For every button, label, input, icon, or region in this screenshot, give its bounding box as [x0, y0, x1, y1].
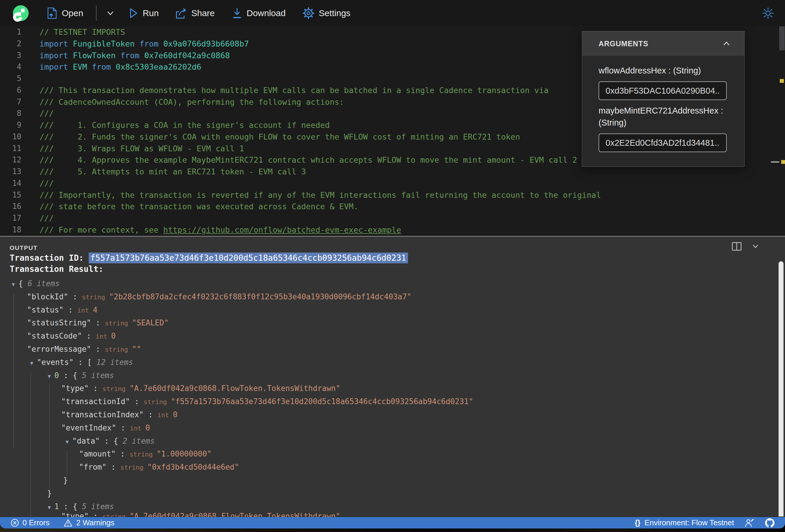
- line-number: 7: [0, 96, 21, 108]
- line-number: 13: [0, 166, 21, 178]
- transaction-id-value[interactable]: f557a1573b76aa53e73d46f3e10d200d5c18a653…: [89, 253, 408, 263]
- environment-status[interactable]: {} Environment: Flow Testnet: [635, 518, 734, 527]
- tree-token-val: 0: [111, 332, 116, 340]
- tree-row: ▼"data" : { 2 items: [0, 435, 778, 448]
- open-label: Open: [62, 8, 83, 18]
- theme-toggle-sun-icon[interactable]: [762, 7, 774, 19]
- tree-row: "eventIndex" : int 0: [0, 422, 778, 435]
- collapse-toggle-icon[interactable]: ▼: [12, 281, 15, 287]
- tree-token-val: "A.7e60df042a9c0868.FlowToken.TokensWith…: [130, 512, 340, 517]
- argument-label: maybeMintERC721AddressHex : (String): [599, 105, 728, 129]
- code-token: ///: [40, 213, 54, 223]
- code-editor[interactable]: 1// TESTNET IMPORTS2import FungibleToken…: [0, 26, 785, 236]
- open-button[interactable]: Open: [47, 7, 83, 19]
- tree-token-punct: : {: [59, 371, 82, 380]
- collapse-toggle-icon[interactable]: ▼: [66, 439, 69, 445]
- code-token: /// This transaction demonstrates how mu…: [40, 86, 549, 95]
- code-token: /// 1. Configures a COA in the signer's …: [40, 121, 330, 130]
- code-token: /// state before the transaction was exe…: [40, 202, 358, 211]
- tree-token-key: "amount": [79, 450, 116, 458]
- share-label: Share: [191, 8, 214, 18]
- code-token: EVM: [73, 62, 87, 71]
- settings-button[interactable]: Settings: [303, 7, 350, 19]
- tree-token-punct: }: [47, 489, 52, 498]
- tree-token-punct: :: [116, 424, 130, 432]
- tree-token-key: "data": [72, 437, 100, 446]
- tree-token-key: "transactionId": [61, 397, 130, 406]
- tree-row: "statusString" : string "SEALED": [0, 316, 778, 329]
- line-number: 6: [0, 84, 21, 96]
- code-line: 15/// Importantly, the transaction is re…: [0, 189, 785, 201]
- code-token: import: [40, 62, 73, 71]
- line-number: 12: [0, 154, 21, 166]
- toolbar-separator: [96, 5, 97, 21]
- feedback-person-icon[interactable]: [744, 518, 755, 527]
- collapse-toggle-icon[interactable]: ▼: [30, 360, 33, 366]
- share-button[interactable]: Share: [175, 7, 214, 19]
- tree-token-type: int: [77, 307, 93, 314]
- gear-icon: [303, 7, 314, 19]
- tree-token-type: string: [105, 320, 132, 327]
- tree-token-key: "blockId": [27, 292, 68, 301]
- tree-row: ▼0 : { 5 items: [0, 369, 778, 382]
- tree-token-count: 2 items: [123, 437, 155, 446]
- app-window: Open Run Share: [0, 0, 785, 529]
- tree-token-type: int: [157, 411, 173, 419]
- tree-token-type: string: [102, 513, 130, 517]
- tree-token-type: int: [96, 333, 111, 340]
- tree-row: "status" : int 4: [0, 303, 778, 316]
- line-number: 10: [0, 131, 21, 143]
- run-play-icon: [129, 8, 138, 19]
- code-token: from: [116, 51, 144, 60]
- code-line: 16/// state before the transaction was e…: [0, 201, 785, 212]
- download-button[interactable]: Download: [232, 7, 286, 19]
- tree-token-punct: :: [89, 384, 102, 393]
- code-line: 17///: [0, 212, 785, 224]
- tree-token-punct: :: [106, 463, 120, 472]
- code-token: FungibleToken: [73, 39, 135, 48]
- share-icon: [175, 7, 187, 19]
- code-line: 18/// For more context, see https://gith…: [0, 224, 785, 236]
- error-icon: [10, 518, 19, 527]
- tree-row: "statusCode" : int 0: [0, 329, 778, 343]
- line-number: 2: [0, 38, 21, 50]
- code-token: from: [135, 39, 163, 48]
- tree-token-punct: }: [63, 476, 68, 485]
- github-icon[interactable]: [765, 518, 775, 528]
- tree-token-key: "status": [27, 305, 64, 314]
- transaction-id-label: Transaction ID:: [10, 253, 89, 263]
- run-label: Run: [143, 8, 159, 18]
- errors-status[interactable]: 0 Errors: [10, 518, 49, 527]
- warnings-status[interactable]: 2 Warnings: [64, 518, 115, 527]
- tree-token-punct: : {: [100, 437, 123, 446]
- code-token: 0x8c5303eaa26202d6: [116, 62, 201, 71]
- comment-link[interactable]: https://github.com/onflow/batched-evm-ex…: [163, 225, 401, 234]
- run-button[interactable]: Run: [129, 8, 159, 19]
- collapse-toggle-icon[interactable]: ▼: [48, 504, 51, 510]
- tree-token-type: string: [120, 464, 148, 471]
- tree-token-count: 6 items: [27, 279, 60, 288]
- maybemint-address-input[interactable]: [599, 133, 727, 152]
- editor-scrollbar[interactable]: [779, 26, 785, 50]
- line-number: 5: [0, 73, 21, 84]
- collapse-toggle-icon[interactable]: ▼: [48, 373, 51, 379]
- tree-token-type: string: [105, 346, 132, 353]
- code-token: /// 3. Wraps FLOW as WFLOW - EVM call 1: [40, 144, 244, 153]
- tree-row: "type" : string "A.7e60df042a9c0868.Flow…: [0, 382, 778, 395]
- tree-row: "from" : string "0xfd3b4cd50d44e6ed": [0, 461, 778, 474]
- split-view-icon[interactable]: [732, 242, 742, 251]
- line-number: 3: [0, 50, 21, 61]
- tree-token-idx: 0: [54, 371, 59, 380]
- toolbar: Open Run Share: [0, 0, 785, 26]
- code-token: 0x9a0766d93b6608b7: [163, 39, 249, 48]
- line-number: 1: [0, 26, 21, 38]
- code-line: 14///: [0, 178, 785, 189]
- chevron-up-icon[interactable]: [721, 41, 731, 47]
- open-dropdown-chevron-icon[interactable]: [105, 10, 115, 16]
- output-scrollbar[interactable]: [779, 261, 784, 516]
- code-token: FlowToken: [73, 51, 116, 60]
- arguments-header[interactable]: ARGUMENTS: [582, 31, 744, 56]
- wflow-address-input[interactable]: [599, 81, 727, 100]
- code-token: from: [87, 62, 116, 71]
- collapse-output-chevron-icon[interactable]: [751, 244, 760, 249]
